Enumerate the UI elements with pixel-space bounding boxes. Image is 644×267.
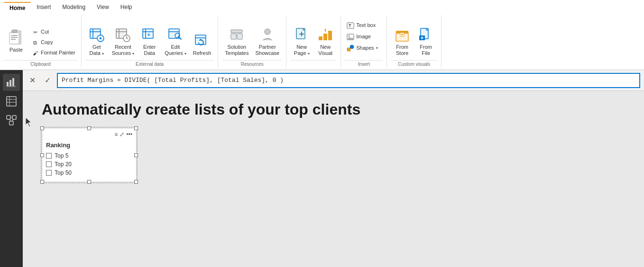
ribbon-tabs: Home Insert Modeling View Help	[0, 2, 644, 13]
new-visual-icon	[317, 26, 334, 43]
new-page-icon	[293, 26, 310, 43]
shapes-button[interactable]: Shapes ▾	[345, 43, 383, 53]
edit-queries-button[interactable]: EditQueries ▾	[162, 24, 189, 58]
tab-home[interactable]: Home	[4, 2, 31, 13]
shapes-dropdown-arrow: ▾	[376, 46, 378, 50]
svg-rect-65	[12, 116, 16, 119]
svg-rect-3	[11, 35, 18, 36]
widget-item-top50[interactable]: Top 50	[46, 169, 132, 176]
resources-label: Resources	[222, 60, 282, 68]
recent-sources-icon	[114, 26, 131, 43]
from-store-button[interactable]: FromStore	[391, 24, 414, 58]
resize-handle-br[interactable]	[134, 180, 138, 184]
enter-data-icon: +	[141, 26, 158, 43]
from-file-button[interactable]: FromFile	[414, 24, 437, 58]
format-painter-icon: 🖌	[31, 49, 39, 57]
svg-rect-58	[12, 78, 14, 87]
paste-button[interactable]: Paste	[4, 24, 28, 58]
resize-handle-tm[interactable]	[87, 126, 91, 130]
text-box-label: Text box	[356, 22, 376, 28]
side-nav	[0, 70, 23, 267]
svg-rect-5	[11, 39, 16, 40]
resize-handle-tr[interactable]	[134, 126, 138, 130]
svg-rect-34	[319, 36, 322, 40]
svg-rect-20	[169, 29, 179, 38]
custom-visuals-items: FromStore FromFile	[391, 15, 437, 58]
widget-more-icon[interactable]: •••	[126, 131, 132, 138]
partner-showcase-icon	[259, 26, 276, 43]
svg-point-29	[265, 29, 270, 35]
partner-showcase-label: PartnerShowcase	[255, 44, 279, 56]
widget-expand-icon[interactable]: ⤢	[120, 131, 124, 138]
svg-rect-64	[7, 116, 10, 119]
format-painter-button[interactable]: 🖌 Format Painter	[29, 48, 77, 58]
partner-showcase-button[interactable]: PartnerShowcase	[252, 24, 282, 58]
clipboard-items: Paste ✂ Cut ⧉ Copy 🖌 Format Painter	[4, 15, 77, 58]
top20-checkbox[interactable]	[46, 161, 52, 167]
insert-label: Insert	[345, 60, 383, 68]
format-painter-label: Format Painter	[41, 50, 75, 56]
ribbon-content: Paste ✂ Cut ⧉ Copy 🖌 Format Painter	[0, 13, 644, 70]
sidebar-item-data[interactable]	[3, 93, 20, 110]
page-items: NewPage ▾ NewVisual	[290, 15, 337, 58]
canvas-heading: Automatically create lists of your top c…	[42, 100, 625, 118]
cut-button[interactable]: ✂ Cut	[29, 27, 77, 37]
image-button[interactable]: Image	[345, 32, 383, 42]
copy-button[interactable]: ⧉ Copy	[29, 37, 77, 48]
formula-input[interactable]	[57, 73, 640, 88]
ranking-widget[interactable]: ≡ ⤢ ••• Ranking Top 5 Top 20 Top 50	[42, 128, 137, 182]
paste-icon	[8, 29, 25, 46]
sidebar-item-model[interactable]	[3, 112, 20, 129]
resize-handle-mr[interactable]	[134, 153, 138, 157]
cut-label: Cut	[41, 29, 49, 35]
tab-view[interactable]: View	[91, 2, 115, 13]
formula-cancel-button[interactable]: ✕	[27, 75, 38, 86]
svg-rect-4	[11, 37, 18, 38]
formula-confirm-button[interactable]: ✓	[42, 75, 53, 86]
get-data-button[interactable]: GetData ▾	[85, 24, 108, 58]
resize-handle-bl[interactable]	[40, 180, 44, 184]
shapes-label: Shapes	[356, 45, 374, 51]
new-visual-button[interactable]: NewVisual	[314, 24, 337, 58]
ribbon-group-insert: T Text box Image	[341, 15, 387, 68]
widget-item-top5[interactable]: Top 5	[46, 152, 132, 159]
shapes-icon	[347, 44, 354, 52]
from-store-label: FromStore	[396, 44, 408, 56]
solution-templates-button[interactable]: SolutionTemplates	[222, 24, 251, 58]
recent-sources-label: RecentSources ▾	[112, 44, 134, 56]
tab-modeling[interactable]: Modeling	[56, 2, 91, 13]
svg-rect-36	[328, 31, 332, 40]
formula-bar: ✕ ✓	[23, 70, 644, 91]
enter-data-button[interactable]: + EnterData	[138, 24, 161, 58]
top5-checkbox[interactable]	[46, 153, 52, 159]
copy-label: Copy	[41, 39, 53, 45]
image-label: Image	[356, 34, 371, 40]
resize-handle-ml[interactable]	[40, 153, 44, 157]
external-label: External data	[85, 60, 214, 68]
svg-rect-35	[323, 34, 327, 40]
copy-icon: ⧉	[31, 39, 39, 46]
svg-rect-56	[7, 82, 9, 87]
tab-insert[interactable]: Insert	[31, 2, 56, 13]
get-data-icon	[88, 26, 105, 43]
refresh-button[interactable]: Refresh	[190, 24, 214, 58]
new-page-button[interactable]: NewPage ▾	[290, 24, 313, 58]
ribbon: Home Insert Modeling View Help	[0, 0, 644, 70]
svg-point-45	[350, 45, 354, 49]
resize-handle-tl[interactable]	[40, 126, 44, 130]
svg-rect-57	[9, 80, 11, 87]
widget-lines-icon[interactable]: ≡	[114, 131, 118, 138]
recent-sources-button[interactable]: RecentSources ▾	[109, 24, 137, 58]
resize-handle-bm[interactable]	[87, 180, 91, 184]
sidebar-item-report[interactable]	[3, 74, 20, 91]
widget-item-top20[interactable]: Top 20	[46, 161, 132, 168]
custom-visuals-label: Custom visuals	[391, 60, 437, 68]
top50-label: Top 50	[55, 169, 72, 176]
new-visual-label: NewVisual	[318, 44, 332, 56]
svg-rect-66	[9, 121, 13, 125]
top50-checkbox[interactable]	[46, 170, 52, 176]
tab-help[interactable]: Help	[115, 2, 138, 13]
text-box-button[interactable]: T Text box	[345, 20, 383, 31]
svg-text:T: T	[349, 23, 351, 28]
insert-items: T Text box Image	[345, 15, 383, 58]
